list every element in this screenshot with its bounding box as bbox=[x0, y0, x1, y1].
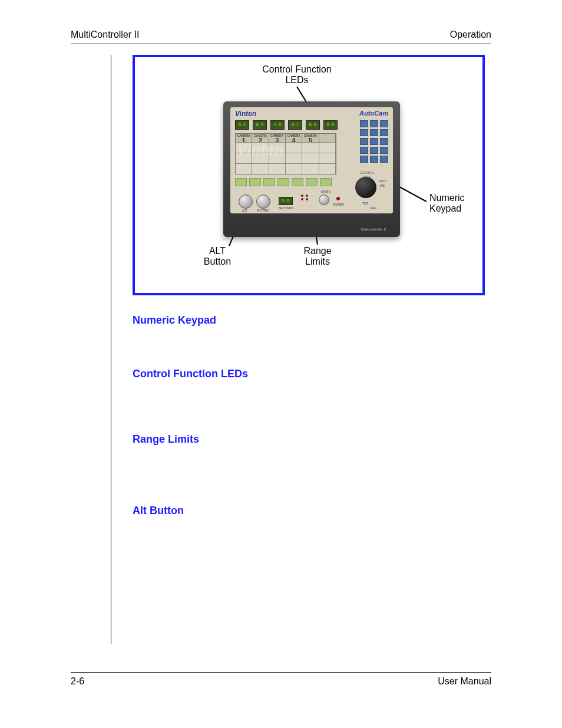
header-left: MultiController II bbox=[71, 29, 139, 40]
keypad-key bbox=[360, 156, 368, 163]
keypad-key bbox=[360, 120, 368, 127]
section-title-numeric-keypad: Numeric Keypad bbox=[133, 314, 491, 327]
keypad-key bbox=[360, 129, 368, 136]
keypad-key bbox=[370, 147, 378, 154]
section-title-range-limits: Range Limits bbox=[133, 433, 491, 446]
label-alt: ALT bbox=[242, 209, 247, 212]
keypad-key bbox=[380, 147, 388, 154]
func-button bbox=[235, 178, 247, 186]
keypad-key bbox=[380, 138, 388, 145]
function-button-row bbox=[235, 178, 332, 186]
func-button bbox=[263, 178, 275, 186]
lcd-cam1: 0.2 bbox=[235, 120, 249, 130]
label-tilt: TILT bbox=[362, 202, 368, 205]
diagram-figure: Control Function LEDs Numeric Keypad ALT… bbox=[133, 55, 485, 295]
func-button bbox=[320, 178, 332, 186]
brand-right-logo: AutoCam bbox=[359, 110, 388, 117]
numeric-keypad bbox=[360, 120, 388, 163]
panel-watermark: Vinten bbox=[237, 141, 283, 158]
func-button bbox=[249, 178, 261, 186]
power-led bbox=[336, 197, 340, 200]
func-button bbox=[277, 178, 289, 186]
header-right: Operation bbox=[450, 29, 491, 40]
func-button bbox=[306, 178, 318, 186]
keypad-key bbox=[370, 120, 378, 127]
label-tally: TALLY bbox=[378, 179, 387, 183]
joystick bbox=[355, 177, 376, 198]
label-pan: PAN bbox=[371, 206, 376, 210]
footer-right: User Manual bbox=[438, 676, 491, 687]
keypad-key bbox=[360, 138, 368, 145]
keypad-key bbox=[380, 156, 388, 163]
keypad-key bbox=[380, 120, 388, 127]
keypad-key bbox=[370, 129, 378, 136]
range-limit-leds bbox=[301, 195, 309, 200]
vertical-margin-rule bbox=[111, 55, 111, 644]
label-model: Multicontroller II bbox=[361, 228, 386, 231]
lcd-cam4: 0.1 bbox=[288, 120, 302, 130]
lcd-cam3: 1.0 bbox=[270, 120, 285, 130]
knob-right bbox=[256, 195, 270, 209]
page-header: MultiController II Operation bbox=[71, 29, 491, 44]
label-ptrev: P/T REV bbox=[257, 209, 269, 212]
label-seconds: SECONDS bbox=[279, 206, 293, 210]
keypad-key bbox=[370, 138, 378, 145]
label-mario: MARIO bbox=[321, 190, 330, 193]
lcd-cam5: 0.0 bbox=[306, 120, 320, 130]
func-button bbox=[292, 178, 303, 186]
keypad-key bbox=[380, 129, 388, 136]
label-ws: WS bbox=[380, 184, 385, 187]
center-lcd: 5.0 bbox=[279, 197, 293, 205]
device-photo: Vinten AutoCam 0.2 0.5 1.0 0.1 0.0 0.0 bbox=[223, 101, 400, 237]
lcd-cam6: 0.0 bbox=[323, 120, 338, 130]
footer-left: 2-6 bbox=[71, 676, 84, 687]
keypad-key bbox=[370, 156, 378, 163]
section-title-control-function-leds: Control Function LEDs bbox=[133, 368, 491, 380]
knob-left bbox=[239, 195, 253, 209]
label-power: POWER bbox=[333, 203, 344, 206]
lcd-displays: 0.2 0.5 1.0 0.1 0.0 0.0 bbox=[235, 120, 338, 130]
lcd-cam2: 0.5 bbox=[253, 120, 267, 130]
section-title-alt-button: Alt Button bbox=[133, 505, 491, 517]
keypad-key bbox=[360, 147, 368, 154]
page-footer: 2-6 User Manual bbox=[71, 672, 491, 687]
small-knob bbox=[319, 195, 329, 205]
brand-left-logo: Vinten bbox=[235, 110, 256, 118]
